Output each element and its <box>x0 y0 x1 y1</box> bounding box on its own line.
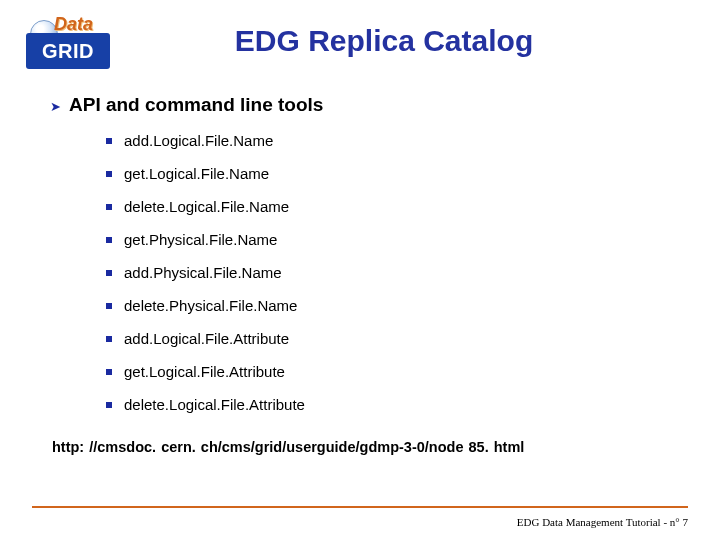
list-item-label: add.Physical.File.Name <box>124 264 282 281</box>
triangle-bullet-icon: ➤ <box>50 100 61 113</box>
list-item-label: delete.Physical.File.Name <box>124 297 297 314</box>
list-item-label: get.Physical.File.Name <box>124 231 277 248</box>
list-item: get.Physical.File.Name <box>106 231 688 248</box>
list-item: get.Logical.File.Name <box>106 165 688 182</box>
logo-bottom-word: GRID <box>42 40 94 63</box>
list-item-label: add.Logical.File.Name <box>124 132 273 149</box>
slide-title: EDG Replica Catalog <box>80 24 688 58</box>
list-item-label: add.Logical.File.Attribute <box>124 330 289 347</box>
api-list: add.Logical.File.Name get.Logical.File.N… <box>106 132 688 413</box>
list-item: get.Logical.File.Attribute <box>106 363 688 380</box>
square-bullet-icon <box>106 402 112 408</box>
list-item: delete.Physical.File.Name <box>106 297 688 314</box>
list-item: delete.Logical.File.Name <box>106 198 688 215</box>
square-bullet-icon <box>106 138 112 144</box>
slide-body: ➤ API and command line tools add.Logical… <box>50 94 688 455</box>
footer-text: EDG Data Management Tutorial - n° 7 <box>517 516 688 528</box>
list-item: add.Logical.File.Name <box>106 132 688 149</box>
square-bullet-icon <box>106 369 112 375</box>
list-item-label: get.Logical.File.Attribute <box>124 363 285 380</box>
logo-bottom-plate: GRID <box>26 33 110 69</box>
list-item-label: delete.Logical.File.Attribute <box>124 396 305 413</box>
list-item: add.Logical.File.Attribute <box>106 330 688 347</box>
section-heading: API and command line tools <box>69 94 323 116</box>
logo-top-word: Data <box>54 14 93 35</box>
square-bullet-icon <box>106 237 112 243</box>
list-item-label: delete.Logical.File.Name <box>124 198 289 215</box>
header-row: Data GRID EDG Replica Catalog <box>32 18 688 70</box>
list-item-label: get.Logical.File.Name <box>124 165 269 182</box>
square-bullet-icon <box>106 303 112 309</box>
datagrid-logo: Data GRID <box>26 18 110 70</box>
square-bullet-icon <box>106 204 112 210</box>
square-bullet-icon <box>106 270 112 276</box>
square-bullet-icon <box>106 171 112 177</box>
section-heading-row: ➤ API and command line tools <box>50 94 688 116</box>
footer-divider <box>32 506 688 508</box>
list-item: delete.Logical.File.Attribute <box>106 396 688 413</box>
square-bullet-icon <box>106 336 112 342</box>
list-item: add.Physical.File.Name <box>106 264 688 281</box>
reference-url: http: //cmsdoc. cern. ch/cms/grid/usergu… <box>52 439 688 455</box>
slide: Data GRID EDG Replica Catalog ➤ API and … <box>0 0 720 540</box>
